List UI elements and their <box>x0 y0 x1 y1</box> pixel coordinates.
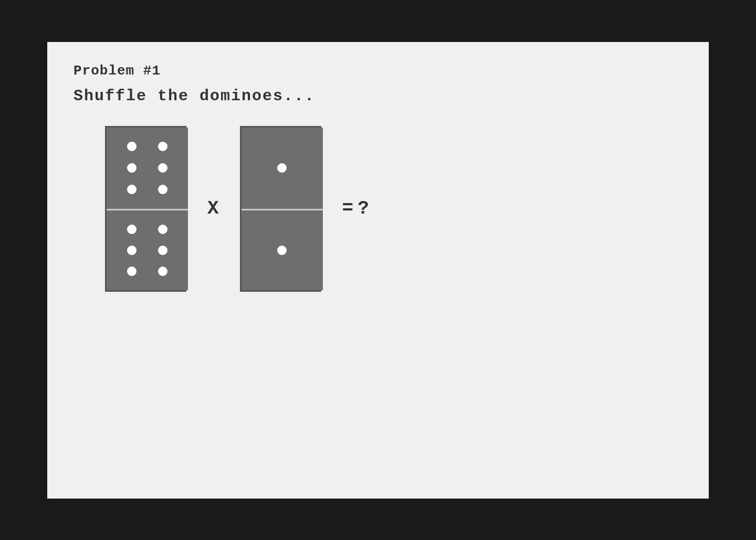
domino-right-bottom-dots <box>242 210 323 290</box>
equals-sign: = <box>342 198 358 219</box>
screen: Problem #1 Shuffle the dominoes... <box>47 42 709 499</box>
dot <box>277 163 287 173</box>
dot <box>127 142 136 151</box>
dot <box>127 246 136 255</box>
domino-left-top <box>107 128 188 209</box>
dot <box>158 163 167 173</box>
domino-right-top <box>242 128 323 209</box>
domino-right-bottom <box>242 209 323 290</box>
domino-right-top-dots <box>242 128 323 209</box>
dot <box>277 246 287 255</box>
subtitle: Shuffle the dominoes... <box>74 87 682 105</box>
dot <box>158 246 167 255</box>
domino-left <box>105 126 186 292</box>
multiply-operator: X <box>207 198 219 219</box>
dot <box>127 185 136 194</box>
question-mark: ? <box>358 198 373 219</box>
result-area: = ? <box>342 198 373 219</box>
dot <box>158 225 167 234</box>
dot <box>127 267 136 276</box>
domino-left-bottom-dots <box>107 210 188 290</box>
problem-title: Problem #1 <box>74 63 682 79</box>
dot <box>158 267 167 276</box>
domino-left-top-dots <box>107 128 188 209</box>
puzzle-area: X = ? <box>105 126 682 292</box>
domino-left-bottom <box>107 209 188 290</box>
domino-right <box>240 126 321 292</box>
dot <box>127 163 136 173</box>
dot <box>127 225 136 234</box>
dot <box>158 142 167 151</box>
dot <box>158 185 167 194</box>
